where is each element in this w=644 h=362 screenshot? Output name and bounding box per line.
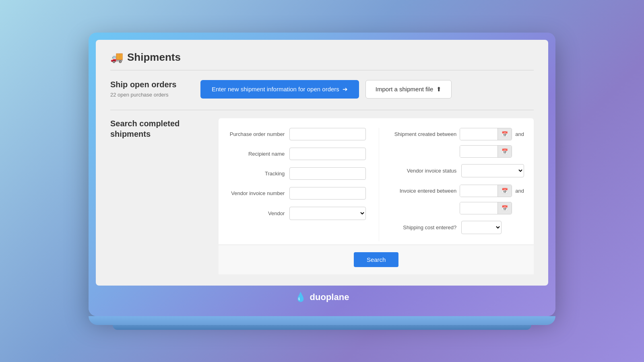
ship-open-orders-section: Ship open orders 22 open purchase orders…	[110, 80, 534, 99]
search-form-footer: Search	[219, 245, 534, 274]
shipping-cost-entered-label: Shipping cost entered?	[392, 224, 456, 230]
shipment-created-from-wrapper: 📅	[460, 128, 512, 140]
page-header: 🚚 Shipments	[110, 51, 534, 70]
shipment-created-between-label: Shipment created between	[392, 131, 456, 137]
enter-shipment-button[interactable]: Enter new shipment information for open …	[200, 80, 359, 99]
shipment-created-to-input[interactable]	[460, 146, 497, 157]
vendor-select[interactable]: Vendor 1 Vendor 2	[289, 207, 366, 220]
branding-bar: 💧 duoplane	[96, 286, 548, 309]
page-title: Shipments	[127, 51, 181, 64]
invoice-entered-from-calendar-button[interactable]: 📅	[497, 185, 512, 197]
tracking-input[interactable]	[289, 167, 366, 180]
vendor-invoice-number-group: Vendor invoice number	[228, 187, 366, 200]
invoice-entered-to-wrapper: 📅	[460, 202, 512, 214]
open-purchase-orders-count: 22 open purchase orders	[110, 92, 191, 98]
enter-shipment-label: Enter new shipment information for open …	[212, 86, 339, 93]
search-button[interactable]: Search	[354, 252, 399, 267]
shipment-created-to-calendar-button[interactable]: 📅	[497, 146, 512, 157]
shipment-created-to-wrapper: 📅	[460, 145, 512, 158]
laptop-foot	[113, 325, 531, 330]
shipping-cost-entered-select[interactable]: Yes No	[461, 221, 502, 234]
shipment-created-to-row: 📅	[392, 145, 524, 158]
brand-logo-icon: 💧	[295, 292, 306, 302]
form-right-column: Shipment created between 📅 and	[379, 128, 524, 241]
purchase-order-number-group: Purchase order number	[228, 128, 366, 140]
ship-section-actions: Enter new shipment information for open …	[200, 80, 534, 99]
invoice-entered-between-label: Invoice entered between	[392, 188, 456, 194]
tracking-label: Tracking	[228, 171, 285, 177]
vendor-invoice-status-select[interactable]: Pending Paid	[461, 164, 524, 177]
shipment-created-and-text: and	[515, 131, 524, 137]
shipment-created-between-group: Shipment created between 📅 and	[392, 128, 524, 140]
form-left-column: Purchase order number Recipient name Tra…	[228, 128, 379, 241]
brand-name: duoplane	[310, 292, 349, 302]
invoice-entered-and-text: and	[515, 188, 524, 194]
vendor-invoice-status-label: Vendor invoice status	[392, 168, 456, 174]
tracking-group: Tracking	[228, 167, 366, 180]
search-form: Purchase order number Recipient name Tra…	[219, 118, 534, 274]
vendor-group: Vendor Vendor 1 Vendor 2	[228, 207, 366, 220]
vendor-label: Vendor	[228, 210, 285, 216]
recipient-name-label: Recipient name	[228, 151, 285, 157]
purchase-order-number-label: Purchase order number	[228, 131, 285, 137]
section-divider	[110, 110, 534, 110]
shipment-created-from-input[interactable]	[460, 128, 497, 140]
purchase-order-number-input[interactable]	[289, 128, 366, 140]
invoice-entered-to-row: 📅	[392, 202, 524, 214]
truck-icon: 🚚	[110, 51, 123, 64]
form-grid: Purchase order number Recipient name Tra…	[228, 128, 524, 241]
arrow-icon: ➔	[343, 86, 348, 93]
shipping-cost-entered-group: Shipping cost entered? Yes No	[392, 221, 524, 234]
vendor-invoice-number-label: Vendor invoice number	[228, 190, 285, 196]
recipient-name-group: Recipient name	[228, 148, 366, 160]
search-section-title: Search completed shipments	[110, 118, 209, 274]
import-shipment-label: Import a shipment file	[376, 86, 433, 93]
ship-section-title: Ship open orders	[110, 80, 191, 89]
invoice-entered-from-wrapper: 📅	[460, 185, 512, 197]
laptop-base	[89, 316, 555, 325]
upload-icon: ⬆	[436, 86, 442, 93]
import-shipment-button[interactable]: Import a shipment file ⬆	[365, 80, 452, 99]
invoice-entered-between-group: Invoice entered between 📅 and	[392, 185, 524, 197]
invoice-entered-to-calendar-button[interactable]: 📅	[497, 202, 512, 214]
search-completed-shipments-section: Search completed shipments Purchase orde…	[110, 118, 534, 274]
invoice-entered-to-input[interactable]	[460, 202, 497, 214]
vendor-invoice-number-input[interactable]	[289, 187, 366, 200]
shipment-created-from-calendar-button[interactable]: 📅	[497, 128, 512, 140]
invoice-entered-from-input[interactable]	[460, 185, 497, 197]
ship-section-left: Ship open orders 22 open purchase orders	[110, 80, 191, 98]
vendor-invoice-status-group: Vendor invoice status Pending Paid	[392, 164, 524, 177]
recipient-name-input[interactable]	[289, 148, 366, 160]
